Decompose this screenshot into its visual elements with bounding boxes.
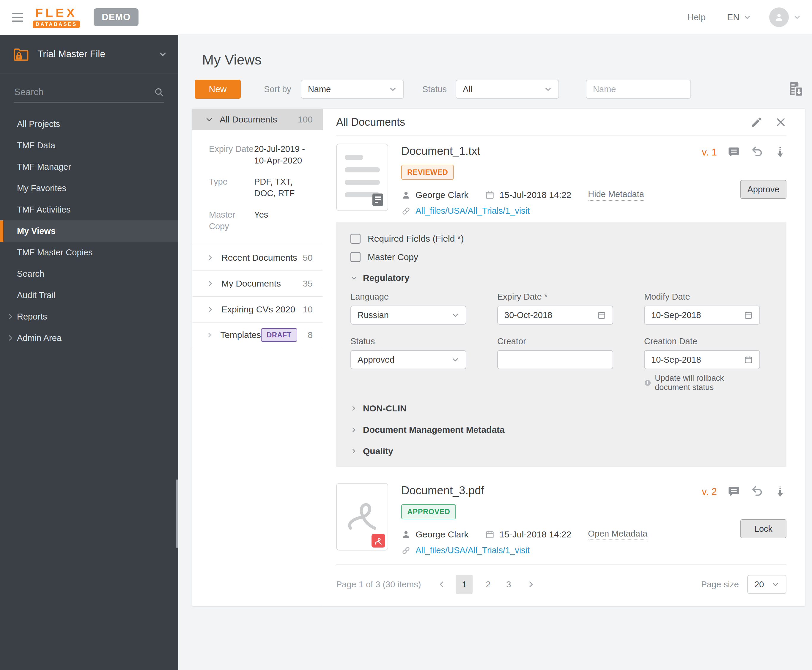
search-icon[interactable] [154,87,164,97]
checkbox[interactable] [350,252,360,262]
sidebar-item-my-views[interactable]: My Views [0,220,178,242]
hide-metadata-link[interactable]: Hide Metadata [588,189,644,201]
language-selector[interactable]: EN [727,12,751,22]
sidebar-item-tmf-data[interactable]: TMF Data [0,135,178,156]
checkbox[interactable] [350,233,360,244]
field-creation-date: Creation Date 10-Sep-2018 Update will ro… [644,337,760,392]
download-icon[interactable] [774,486,787,498]
section-document-management-metadata[interactable]: Document Management Metadata [350,425,772,435]
sidebar-item-tmf-master-copies[interactable]: TMF Master Copies [0,242,178,263]
calendar-icon[interactable] [597,311,606,320]
avatar [769,7,789,27]
calendar-icon[interactable] [744,311,753,320]
flex-databases-logo: FLEX DATABASES [33,7,80,28]
view-my-documents[interactable]: My Documents 35 [192,271,323,296]
field-expiry-date: Expiry Date * 30-Oct-2018 [497,292,613,325]
sidebar-item-tmf-activities[interactable]: TMF Activities [0,199,178,220]
field-label: Language [350,292,466,302]
sidebar-item-audit-trail[interactable]: Audit Trail [0,284,178,306]
lock-button[interactable]: Lock [740,519,787,538]
sidebar-item-tmf-manager[interactable]: TMF Manager [0,156,178,178]
chevron-down-icon [744,14,751,21]
language-select[interactable]: Russian [350,306,466,325]
document-author: George Clark [416,190,469,200]
thumb-text-line [345,155,363,160]
rollback-icon[interactable] [751,486,763,498]
chevron-right-icon [206,280,214,287]
view-count: 100 [298,115,313,125]
page-size-select[interactable]: 20 [747,575,787,594]
view-expiring-cvs[interactable]: Expiring CVs 2020 10 [192,296,323,322]
view-label: Recent Documents [222,253,297,263]
sidebar-item-my-favorites[interactable]: My Favorites [0,178,178,199]
required-fields-checkbox[interactable]: Required Fields (Field *) [350,233,772,244]
rollback-icon[interactable] [751,146,763,159]
comments-icon[interactable] [727,146,740,159]
edit-pencil-icon[interactable] [751,116,763,128]
section-title: NON-CLIN [363,403,407,413]
status-select[interactable]: All [456,80,559,99]
document-modified: 15-Jul-2018 14:22 [499,530,571,540]
filter-value: 20-Jul-2019 - 10-Apr-2020 [254,143,313,166]
sidebar-item-label: Search [17,269,44,279]
view-count: 50 [303,253,313,263]
filter-value: PDF, TXT, DOC, RTF [254,176,313,199]
chevron-right-icon [206,332,213,338]
section-regulatory[interactable]: Regulatory [350,273,772,283]
document-path-link[interactable]: All_files/USA/All_Trials/1_visit [416,206,529,216]
sidebar-item-label: All Projects [17,119,60,129]
view-recent-documents[interactable]: Recent Documents 50 [192,245,323,271]
sidebar-scrollbar[interactable] [176,479,178,548]
field-value: 10-Sep-2018 [651,355,701,365]
thumb-text-line [345,180,380,185]
sidebar-nav: All Projects TMF Data TMF Manager My Fav… [0,113,178,349]
chevron-left-icon [438,580,446,589]
module-switcher[interactable]: Trial Master File [0,35,178,73]
page-button-1[interactable]: 1 [456,575,473,594]
approve-button[interactable]: Approve [740,180,787,199]
page-button-2[interactable]: 2 [486,579,491,589]
hamburger-menu-icon[interactable] [12,10,23,24]
sidebar-item-admin-area[interactable]: Admin Area [0,327,178,349]
detail-header: All Documents [336,109,787,135]
open-metadata-link[interactable]: Open Metadata [588,529,647,540]
next-page-button[interactable] [527,580,535,589]
person-icon [774,12,784,22]
document-name[interactable]: Document_1.txt [401,145,689,157]
page-button-3[interactable]: 3 [506,579,511,589]
sidebar-item-all-projects[interactable]: All Projects [0,113,178,135]
document-thumbnail-pdf[interactable] [336,483,388,550]
master-copy-checkbox[interactable]: Master Copy [350,252,772,262]
expiry-date-input[interactable]: 30-Oct-2018 [497,306,613,325]
metadata-grid: Language Russian Expiry Date * 30-Oct-20… [350,292,772,392]
new-button[interactable]: New [195,80,241,99]
name-filter-input[interactable] [592,84,705,95]
user-menu[interactable] [769,7,801,27]
sort-by-select[interactable]: Name [301,80,404,99]
chevron-down-icon [159,50,167,58]
prev-page-button[interactable] [438,580,446,589]
download-icon[interactable] [774,146,787,159]
sidebar-item-search[interactable]: Search [0,263,178,284]
calendar-icon[interactable] [744,355,753,364]
sidebar-item-reports[interactable]: Reports [0,306,178,327]
modify-date-input[interactable]: 10-Sep-2018 [644,306,760,325]
view-templates[interactable]: Templates DRAFT 8 [192,322,323,348]
view-all-documents-header[interactable]: All Documents 100 [192,109,323,130]
section-non-clin[interactable]: NON-CLIN [350,403,772,413]
close-icon[interactable] [775,117,787,128]
creator-input[interactable] [497,350,613,369]
chevron-right-icon [350,448,357,455]
document-path-link[interactable]: All_files/USA/All_Trials/1_visit [416,545,529,555]
export-list-icon[interactable] [788,81,805,98]
status-select-metadata[interactable]: Approved [350,350,466,369]
documents-card: All Documents 100 Expiry Date 20-Jul-201… [192,109,805,606]
creation-date-input[interactable]: 10-Sep-2018 [644,350,760,369]
sidebar-search-input[interactable] [14,86,154,98]
document-name[interactable]: Document_3.pdf [401,484,689,497]
help-link[interactable]: Help [687,12,706,22]
section-quality[interactable]: Quality [350,446,772,456]
document-thumbnail-txt[interactable] [336,144,388,211]
comments-icon[interactable] [727,486,740,498]
field-modify-date: Modify Date 10-Sep-2018 [644,292,760,325]
